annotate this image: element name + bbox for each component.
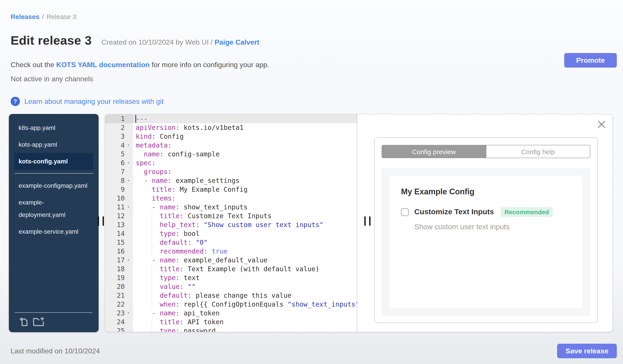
sidebar-item-example-service.yaml[interactable]: example-service.yaml <box>14 223 93 240</box>
code-line-5[interactable]: 5 name: config-sample <box>105 150 357 159</box>
gutter-line-number: 17▾ <box>105 256 133 265</box>
author-link[interactable]: Paige Calvert <box>214 39 259 46</box>
docs-line: Check out the KOTS YAML documentation fo… <box>11 61 269 69</box>
code-line-22[interactable]: 22 when: repl{{ ConfigOptionEquals "show… <box>105 300 357 309</box>
gutter-line-number: 18 <box>105 265 133 273</box>
code-text: - name: example_settings <box>133 176 357 185</box>
gutter-line-number: 21 <box>105 291 133 300</box>
code-line-25[interactable]: 25 type: password <box>105 326 357 332</box>
sidebar-item-k8s-app.yaml[interactable]: k8s-app.yaml <box>14 119 93 136</box>
gutter-line-number: 10 <box>105 194 133 203</box>
gutter-line-number: 20 <box>105 282 133 291</box>
code-text: - name: show_text_inputs <box>133 203 357 212</box>
config-item-label: Customize Text Inputs <box>414 208 494 217</box>
fold-arrow-icon[interactable]: ▾ <box>125 309 132 318</box>
code-line-4[interactable]: 4▾metadata: <box>105 141 357 150</box>
gutter-line-number: 6▾ <box>105 159 133 167</box>
code-line-2[interactable]: 2apiVersion: kots.io/v1beta1 <box>105 123 357 132</box>
sidebar-item-kots-app.yaml[interactable]: kots-app.yaml <box>14 136 93 153</box>
question-mark-icon: ? <box>11 97 20 106</box>
code-line-1[interactable]: 1--- <box>105 114 357 123</box>
code-text: groups: <box>133 167 357 176</box>
gutter-line-number: 9 <box>105 185 133 194</box>
code-line-13[interactable]: 13 help_text: "Show custom user text inp… <box>105 221 357 229</box>
new-file-icon[interactable] <box>19 316 29 328</box>
gutter-line-number: 12 <box>105 212 133 221</box>
gutter-line-number: 19 <box>105 273 133 282</box>
gutter-line-number: 3 <box>105 132 133 141</box>
gutter-line-number: 5 <box>105 150 133 159</box>
tab-config-preview[interactable]: Config preview <box>381 145 486 158</box>
code-line-16[interactable]: 16 recommended: true <box>105 247 357 256</box>
code-line-17[interactable]: 17▾ - name: example_default_value <box>105 256 357 265</box>
config-preview-panel: Config previewConfig help My Example Con… <box>357 114 612 332</box>
code-text: apiVersion: kots.io/v1beta1 <box>133 123 357 132</box>
code-line-9[interactable]: 9 title: My Example Config <box>105 185 357 194</box>
yaml-editor[interactable]: 1---2apiVersion: kots.io/v1beta13kind: C… <box>105 114 357 332</box>
code-line-18[interactable]: 18 title: Text Example (with default val… <box>105 265 357 273</box>
code-text: title: API token <box>133 318 357 326</box>
sidebar-item-kots-config.yaml[interactable]: kots-config.yaml <box>14 153 93 170</box>
page-title: Edit release 3 <box>11 34 92 48</box>
code-line-23[interactable]: 23▾ - name: api_token <box>105 309 357 318</box>
gutter-line-number: 15 <box>105 238 133 247</box>
editor-preview-resize-handle[interactable] <box>364 217 371 226</box>
config-preview-area: My Example Config Customize Text Inputs … <box>381 168 590 316</box>
config-item-checkbox[interactable] <box>401 208 409 216</box>
code-text: title: My Example Config <box>133 185 357 194</box>
gutter-line-number: 13 <box>105 221 133 229</box>
git-releases-link[interactable]: Learn about managing your releases with … <box>24 97 164 105</box>
breadcrumb-releases-link[interactable]: Releases <box>11 13 39 20</box>
config-group-title: My Example Config <box>401 187 571 197</box>
title-row: Edit release 3 Created on 10/10/2024 by … <box>11 34 259 48</box>
gutter-line-number: 16 <box>105 247 133 256</box>
last-modified-text: Last modified on 10/10/2024 <box>11 347 100 355</box>
code-text: title: Customize Text Inputs <box>133 212 357 221</box>
code-line-12[interactable]: 12 title: Customize Text Inputs <box>105 212 357 221</box>
sidebar-item-example-deployment.yaml[interactable]: example-deployment.yaml <box>14 194 93 223</box>
code-line-7[interactable]: 7 groups: <box>105 167 357 176</box>
gutter-line-number: 23▾ <box>105 309 133 318</box>
docs-suffix: for more info on configuring your app. <box>150 61 269 68</box>
fold-arrow-icon[interactable]: ▾ <box>125 176 132 185</box>
code-line-10[interactable]: 10 items: <box>105 194 357 203</box>
code-text: name: config-sample <box>133 150 357 159</box>
code-line-21[interactable]: 21 default: please change this value <box>105 291 357 300</box>
config-preview-container: Config previewConfig help My Example Con… <box>374 137 598 323</box>
page: Releases/Release 3 Edit release 3 Create… <box>0 0 623 364</box>
fold-arrow-icon[interactable]: ▾ <box>125 256 132 265</box>
fold-arrow-icon[interactable]: ▾ <box>125 203 132 212</box>
fold-arrow-icon[interactable]: ▾ <box>125 159 132 167</box>
gutter-line-number: 2 <box>105 123 133 132</box>
sidebar-item-example-configmap.yaml[interactable]: example-configmap.yaml <box>14 177 93 194</box>
sidebar-editor-resize-handle[interactable] <box>98 217 104 226</box>
code-line-19[interactable]: 19 type: text <box>105 273 357 282</box>
file-tree-sidebar: k8s-app.yamlkots-app.yamlkots-config.yam… <box>9 114 99 332</box>
breadcrumb: Releases/Release 3 <box>11 13 76 20</box>
code-text: items: <box>133 194 357 203</box>
channel-status: Not active in any channels <box>11 75 93 83</box>
code-line-6[interactable]: 6▾spec: <box>105 159 357 167</box>
code-line-11[interactable]: 11▾ - name: show_text_inputs <box>105 203 357 212</box>
file-list-divider <box>15 173 93 174</box>
new-folder-icon[interactable] <box>33 316 45 328</box>
close-icon[interactable] <box>597 120 606 129</box>
code-line-8[interactable]: 8▾ - name: example_settings <box>105 176 357 185</box>
gutter-line-number: 1 <box>105 114 133 123</box>
promote-button[interactable]: Promote <box>564 53 617 68</box>
tab-config-help[interactable]: Config help <box>486 145 590 158</box>
code-text: kind: Config <box>133 132 357 141</box>
code-line-14[interactable]: 14 type: bool <box>105 229 357 238</box>
kots-yaml-docs-link[interactable]: KOTS YAML documentation <box>56 61 150 68</box>
editor-card: 1---2apiVersion: kots.io/v1beta13kind: C… <box>105 114 613 332</box>
gutter-line-number: 11▾ <box>105 203 133 212</box>
code-text: default: please change this value <box>133 291 357 300</box>
save-release-button[interactable]: Save release <box>557 344 617 358</box>
fold-arrow-icon[interactable]: ▾ <box>125 141 132 150</box>
code-line-15[interactable]: 15 default: "0" <box>105 238 357 247</box>
code-line-3[interactable]: 3kind: Config <box>105 132 357 141</box>
code-line-20[interactable]: 20 value: "" <box>105 282 357 291</box>
code-text: value: "" <box>133 282 357 291</box>
config-group-card: My Example Config Customize Text Inputs … <box>390 176 582 308</box>
code-line-24[interactable]: 24 title: API token <box>105 318 357 326</box>
